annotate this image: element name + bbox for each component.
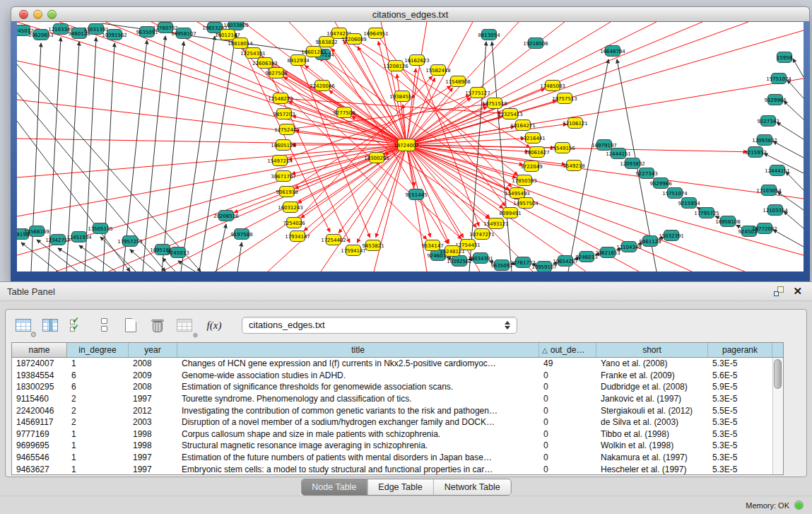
graph-node[interactable]: 17254402 <box>321 235 346 245</box>
graph-node[interactable]: 15549156 <box>550 143 575 153</box>
table-row[interactable]: 977716911998Corpus callosum shape and si… <box>12 428 783 440</box>
table-row[interactable]: 946362711997Embryonic stem cells: a mode… <box>12 463 783 475</box>
graph-node[interactable]: 9215954 <box>678 198 700 209</box>
graph-node[interactable]: 12444151 <box>765 165 790 176</box>
show-columns-button[interactable] <box>41 316 59 334</box>
graph-node[interactable]: 9227343 <box>757 116 779 127</box>
window-close-button[interactable] <box>19 10 28 19</box>
graph-node[interactable]: 9329966 <box>649 178 672 189</box>
graph-node[interactable]: 12106121 <box>563 118 588 129</box>
graph-node[interactable]: 9722049 <box>520 161 542 172</box>
table-source-select[interactable]: citations_edges.txt <box>242 317 517 334</box>
table-panel-header[interactable]: Table Panel ✕ <box>0 282 812 301</box>
float-panel-icon[interactable] <box>774 286 784 296</box>
graph-node[interactable]: 15497214 <box>267 156 293 166</box>
graph-node[interactable]: 30671707 <box>271 171 296 182</box>
graph-node[interactable]: 16031243 <box>278 202 303 213</box>
row-height-button[interactable] <box>95 316 113 334</box>
graph-node[interactable]: 15958 <box>777 52 792 63</box>
graph-node[interactable]: 9635092 <box>490 260 512 271</box>
column-header-pagerank[interactable]: pagerank <box>708 343 772 357</box>
graph-node[interactable]: 18724007 <box>394 139 419 151</box>
window-minimize-button[interactable] <box>33 10 42 19</box>
graph-edge <box>163 258 175 271</box>
graph-node[interactable]: 8099491 <box>499 208 521 218</box>
column-header-title[interactable]: title <box>177 343 539 357</box>
delete-column-button[interactable] <box>148 316 167 334</box>
column-header-year[interactable]: year <box>129 343 177 357</box>
tab-edge-table[interactable]: Edge Table <box>367 479 433 495</box>
tab-network-table[interactable]: Network Table <box>433 479 511 495</box>
graph-node[interactable]: 9549218 <box>563 160 584 171</box>
table-row[interactable]: 969969511998Structural magnetic resonanc… <box>12 440 783 452</box>
graph-node[interactable]: 8813054 <box>478 30 500 40</box>
graph-node[interactable]: 15751074 <box>662 188 688 199</box>
column-header-in_degree[interactable]: in_degree <box>67 343 129 357</box>
graph-node[interactable]: 9329966 <box>764 95 787 105</box>
graph-node[interactable]: 18605128 <box>271 140 296 151</box>
graph-node[interactable]: 17850383 <box>512 175 537 186</box>
vertical-scrollbar[interactable] <box>772 358 783 474</box>
graph-node[interactable]: 9215953 <box>744 147 766 158</box>
cell-short: Hescheler et al. (1997) <box>596 465 708 474</box>
table-row[interactable]: 1938455462009Genome-wide association stu… <box>12 370 783 382</box>
close-panel-icon[interactable]: ✕ <box>793 285 802 298</box>
scrollbar-thumb[interactable] <box>774 359 782 389</box>
status-bar: Memory: OK <box>0 496 812 514</box>
graph-node[interactable]: 15032391 <box>659 230 684 241</box>
graph-node[interactable]: 9151445 <box>405 189 427 200</box>
network-canvas[interactable]: 9245012206206531210334994601281503139110… <box>17 22 804 271</box>
table-row[interactable]: 946554611997Estimation of the future num… <box>12 452 783 464</box>
graph-node[interactable]: 8912934 <box>287 55 310 66</box>
new-column-button[interactable] <box>122 316 140 334</box>
graph-node[interactable]: 9461128 <box>639 236 661 247</box>
function-builder-button[interactable]: f(x) <box>202 316 226 334</box>
graph-node[interactable]: 13216441 <box>520 133 546 144</box>
graph-edge <box>777 122 804 139</box>
graph-node[interactable]: 19218506 <box>523 38 548 49</box>
graph-node[interactable]: 17103054 <box>756 185 782 196</box>
tab-node-table[interactable]: Node Table <box>301 479 367 495</box>
graph-node[interactable]: 12548273 <box>268 93 293 104</box>
graph-node[interactable]: 16964951 <box>363 28 389 39</box>
graph-edge <box>787 80 804 98</box>
graph-node[interactable]: 18751518 <box>482 98 507 109</box>
window-zoom-button[interactable] <box>47 10 57 19</box>
column-header-out_de[interactable]: △out_de… <box>539 343 596 357</box>
column-header-name[interactable]: name <box>12 343 67 357</box>
graph-node[interactable]: 19384554 <box>389 91 415 102</box>
column-header-short[interactable]: short <box>596 343 708 357</box>
table-row[interactable]: 1456911722003Disruption of a novel membe… <box>12 416 783 428</box>
window-titlebar[interactable]: citations_edges.txt <box>11 6 810 22</box>
table-row[interactable]: 911546021997Tourette syndrome. Phenomeno… <box>12 393 783 405</box>
table-row[interactable]: 1872400712008Changes of HCN gene express… <box>12 358 783 370</box>
graph-node[interactable]: 17934147 <box>285 231 310 242</box>
graph-node[interactable]: 15582418 <box>425 65 451 76</box>
graph-node[interactable]: 15493121 <box>483 218 509 229</box>
svg-text:20621653: 20621653 <box>595 250 620 256</box>
graph-node[interactable]: 12093832 <box>620 158 645 169</box>
graph-node[interactable]: 16648784 <box>600 46 625 57</box>
graph-node[interactable]: 10747271 <box>469 229 495 240</box>
delete-table-button[interactable]: ⊗ <box>175 316 194 334</box>
graph-node[interactable]: 15751074 <box>766 74 792 84</box>
graph-node[interactable]: 9246013 <box>575 252 597 262</box>
table-row[interactable]: 1830029562008Estimation of significance … <box>12 381 783 393</box>
graph-node[interactable]: 9857203 <box>273 109 295 119</box>
graph-node[interactable]: 9197588 <box>230 229 252 240</box>
graph-node[interactable]: 17957253 <box>117 236 143 247</box>
cell-title: Tourette syndrome. Phenomenology and cla… <box>177 394 539 404</box>
graph-node[interactable]: 14957504 <box>513 198 539 209</box>
table-row[interactable]: 2242004622012Investigating the contribut… <box>12 404 783 416</box>
graph-node[interactable]: 11548908 <box>445 76 471 87</box>
graph-node[interactable]: 12093832 <box>752 135 777 146</box>
graph-node[interactable]: 13505135 <box>88 223 113 234</box>
table-settings-button[interactable]: ⚙ <box>14 316 33 334</box>
selection-mode-button[interactable]: ✓ ✓ <box>68 316 86 334</box>
graph-node[interactable]: 12103354 <box>763 205 788 216</box>
graph-node[interactable]: 12752441 <box>274 124 300 135</box>
svg-text:9215954: 9215954 <box>678 201 700 206</box>
graph-node[interactable]: 9361918 <box>276 187 298 197</box>
graph-node[interactable]: 18061627 <box>524 147 550 158</box>
graph-node[interactable]: 7254026 <box>283 218 305 228</box>
